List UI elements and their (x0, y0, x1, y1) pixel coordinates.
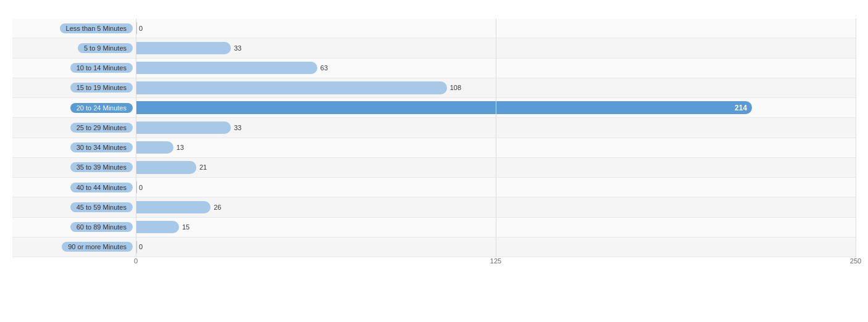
bar-label-text: 35 to 39 Minutes (70, 162, 133, 172)
bar-label-text: 20 to 24 Minutes (70, 103, 133, 113)
x-axis-label: 250 (850, 257, 861, 265)
grid-line (496, 19, 496, 257)
x-axis-label: 125 (490, 257, 501, 265)
bar-label-text: 10 to 14 Minutes (70, 63, 133, 73)
grid-line (136, 19, 136, 257)
bar-label-text: 5 to 9 Minutes (78, 43, 133, 53)
bar-label: 20 to 24 Minutes (12, 103, 136, 113)
bar-label-text: 15 to 19 Minutes (70, 83, 133, 93)
bar-label: 5 to 9 Minutes (12, 43, 136, 53)
bar-label-text: Less than 5 Minutes (60, 23, 133, 33)
chart-container: Less than 5 Minutes05 to 9 Minutes3310 t… (0, 0, 868, 322)
bar-label-text: 40 to 44 Minutes (70, 183, 133, 192)
bar-label: 15 to 19 Minutes (12, 83, 136, 93)
bar-label: 40 to 44 Minutes (12, 183, 136, 192)
bar-label: 90 or more Minutes (12, 242, 136, 252)
chart-area: Less than 5 Minutes05 to 9 Minutes3310 t… (12, 19, 856, 273)
bar-label: 25 to 29 Minutes (12, 123, 136, 133)
grid-line (856, 19, 856, 257)
bar-label-text: 45 to 59 Minutes (70, 202, 133, 212)
bar-label: 60 to 89 Minutes (12, 222, 136, 232)
bar-label: 10 to 14 Minutes (12, 63, 136, 73)
x-axis-label: 0 (134, 257, 138, 265)
bar-label: 45 to 59 Minutes (12, 202, 136, 212)
bar-label-text: 30 to 34 Minutes (70, 142, 133, 152)
x-axis-labels: 0125250 (136, 257, 856, 273)
grid-lines (136, 19, 856, 257)
bar-label-text: 25 to 29 Minutes (70, 123, 133, 133)
bar-label: 30 to 34 Minutes (12, 142, 136, 152)
bar-label-text: 60 to 89 Minutes (70, 222, 133, 232)
bar-label: 35 to 39 Minutes (12, 162, 136, 172)
bar-label-text: 90 or more Minutes (62, 242, 133, 252)
bar-label: Less than 5 Minutes (12, 23, 136, 33)
